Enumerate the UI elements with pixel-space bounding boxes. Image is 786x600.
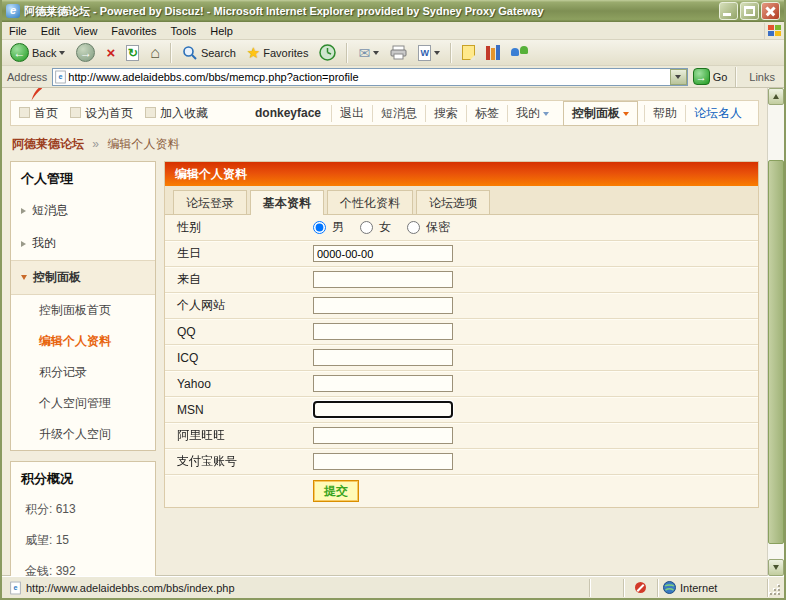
nav-help-link[interactable]: 帮助 — [644, 105, 685, 122]
nav-home-link[interactable]: 首页 — [19, 105, 58, 122]
sidebar-subitem-space-manage[interactable]: 个人空间管理 — [11, 388, 155, 419]
minimize-button[interactable] — [719, 2, 738, 20]
status-url-panel: e http://www.adelaidebbs.com/bbs/index.p… — [4, 579, 590, 597]
tab-forum-options[interactable]: 论坛选项 — [416, 190, 490, 214]
sidebar-item-control-panel[interactable]: 控制面板 — [11, 260, 155, 295]
msn-input[interactable] — [313, 401, 453, 418]
menu-favorites[interactable]: Favorites — [104, 24, 163, 38]
nav-celebs-link[interactable]: 论坛名人 — [685, 105, 750, 122]
sidebar-box-title: 个人管理 — [11, 162, 155, 194]
search-button[interactable]: Search — [178, 43, 240, 63]
sidebar-item-messages[interactable]: 短消息 — [11, 194, 155, 227]
go-button[interactable]: → Go — [693, 68, 728, 85]
address-input[interactable]: e http://www.adelaidebbs.com/bbs/memcp.p… — [52, 68, 687, 86]
gender-male-radio[interactable] — [313, 221, 326, 234]
scrollbar-thumb[interactable] — [768, 160, 784, 544]
forward-button[interactable]: → — [72, 41, 99, 64]
sidebar-subitem-credit-log[interactable]: 积分记录 — [11, 357, 155, 388]
panel-title: 编辑个人资料 — [165, 162, 758, 186]
form-row-from: 来自 — [165, 267, 758, 293]
refresh-button[interactable]: ↻ — [122, 43, 143, 63]
website-input[interactable] — [313, 297, 453, 314]
icq-input[interactable] — [313, 349, 453, 366]
field-label: 阿里旺旺 — [177, 427, 313, 444]
submit-button[interactable]: 提交 — [313, 480, 359, 502]
mail-button[interactable]: ✉ — [354, 43, 383, 63]
chevron-down-icon — [543, 112, 549, 116]
nav-mine-menu[interactable]: 我的 — [507, 105, 557, 122]
nav-logout-link[interactable]: 退出 — [331, 105, 372, 122]
chevron-down-icon — [675, 75, 681, 79]
from-input[interactable] — [313, 271, 453, 288]
mail-icon: ✉ — [358, 45, 370, 61]
sidebar-subitem-edit-profile[interactable]: 编辑个人资料 — [11, 326, 155, 357]
gender-female-label[interactable]: 女 — [379, 219, 391, 236]
chevron-down-icon[interactable] — [434, 51, 440, 55]
toolbar-separator — [450, 43, 452, 63]
breadcrumb-root-link[interactable]: 阿德莱德论坛 — [12, 137, 84, 151]
research-button[interactable] — [482, 43, 504, 62]
print-button[interactable] — [386, 43, 411, 62]
menu-file[interactable]: File — [2, 24, 34, 38]
field-label: 生日 — [177, 245, 313, 262]
menu-tools[interactable]: Tools — [164, 24, 204, 38]
gender-secret-radio[interactable] — [407, 221, 420, 234]
close-button[interactable] — [761, 2, 780, 20]
nav-messages-link[interactable]: 短消息 — [372, 105, 425, 122]
back-button[interactable]: ← Back — [6, 41, 69, 64]
messenger-button[interactable] — [507, 43, 532, 62]
gender-male-label[interactable]: 男 — [332, 219, 344, 236]
form-row-icq: ICQ — [165, 345, 758, 371]
menu-edit[interactable]: Edit — [34, 24, 67, 38]
nav-set-home-link[interactable]: 设为首页 — [70, 105, 133, 122]
menu-view[interactable]: View — [67, 24, 105, 38]
alipay-input[interactable] — [313, 453, 453, 470]
nav-bookmark-link[interactable]: 加入收藏 — [145, 105, 208, 122]
web-page: 首页 设为首页 加入收藏 donkeyface 退出 短消息 搜索 标签 我的 … — [2, 88, 767, 576]
sidebar-subitem-cp-home[interactable]: 控制面板首页 — [11, 295, 155, 326]
favorites-button[interactable]: ★ Favorites — [243, 42, 313, 64]
links-toolbar[interactable]: Links — [745, 71, 779, 83]
maximize-button[interactable] — [740, 2, 759, 20]
tab-basic-profile[interactable]: 基本资料 — [250, 190, 324, 215]
address-url[interactable]: http://www.adelaidebbs.com/bbs/memcp.php… — [68, 71, 669, 83]
page-icon: e — [10, 581, 20, 594]
nav-search-link[interactable]: 搜索 — [425, 105, 466, 122]
forward-icon: → — [76, 43, 95, 62]
history-button[interactable] — [315, 42, 340, 63]
scroll-down-button[interactable] — [768, 559, 784, 576]
scroll-up-button[interactable] — [768, 88, 784, 105]
stop-icon: × — [106, 44, 115, 61]
tab-forum-login[interactable]: 论坛登录 — [173, 190, 247, 214]
stop-button[interactable]: × — [102, 42, 119, 63]
qq-input[interactable] — [313, 323, 453, 340]
aliwangwang-input[interactable] — [313, 427, 453, 444]
field-label: Yahoo — [177, 377, 313, 391]
sidebar-item-mine[interactable]: 我的 — [11, 227, 155, 260]
nav-control-panel-menu[interactable]: 控制面板 — [563, 101, 638, 126]
home-button[interactable]: ⌂ — [146, 42, 164, 64]
status-url: http://www.adelaidebbs.com/bbs/index.php — [26, 582, 235, 594]
tab-personalization[interactable]: 个性化资料 — [327, 190, 413, 214]
vertical-scrollbar[interactable] — [767, 88, 784, 576]
username[interactable]: donkeyface — [255, 106, 321, 120]
go-icon: → — [693, 68, 710, 85]
birthday-input[interactable] — [313, 245, 453, 262]
chevron-down-icon[interactable] — [373, 51, 379, 55]
edit-with-word-button[interactable]: W — [414, 43, 444, 63]
notes-button[interactable] — [458, 43, 479, 62]
sidebar-subitem-space-upgrade[interactable]: 升级个人空间 — [11, 419, 155, 450]
nav-tags-link[interactable]: 标签 — [466, 105, 507, 122]
chevron-down-icon — [623, 112, 629, 116]
resize-grip[interactable] — [768, 579, 782, 597]
address-dropdown-button[interactable] — [670, 69, 687, 85]
notes-icon — [462, 45, 475, 60]
gender-secret-label[interactable]: 保密 — [426, 219, 450, 236]
form-row-alipay: 支付宝账号 — [165, 449, 758, 475]
bookmark-icon — [145, 107, 156, 118]
chevron-down-icon[interactable] — [59, 51, 65, 55]
yahoo-input[interactable] — [313, 375, 453, 392]
menu-help[interactable]: Help — [203, 24, 240, 38]
gender-female-radio[interactable] — [360, 221, 373, 234]
search-icon — [182, 45, 198, 61]
